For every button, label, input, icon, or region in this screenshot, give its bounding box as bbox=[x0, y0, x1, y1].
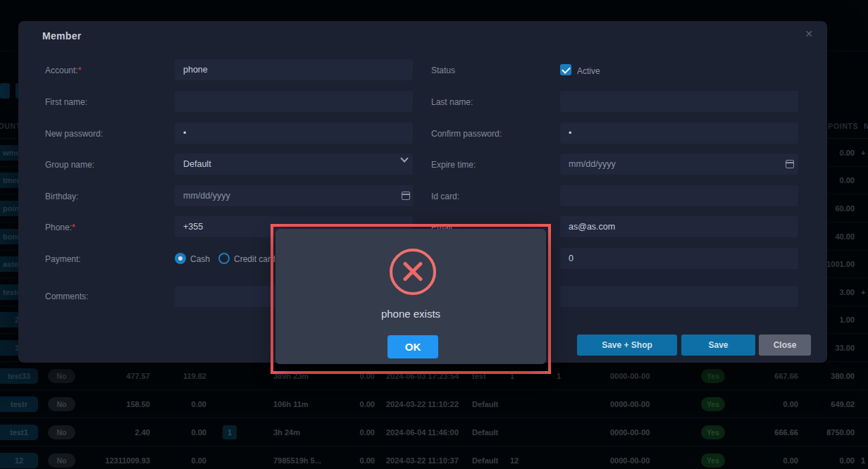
error-x-icon bbox=[390, 249, 436, 295]
account-label: Account:* bbox=[45, 65, 81, 75]
email-input[interactable]: as@as.com bbox=[560, 216, 798, 237]
active-checkbox[interactable] bbox=[560, 64, 571, 75]
extra-input[interactable] bbox=[560, 286, 798, 307]
credit-input[interactable]: 0 bbox=[560, 248, 798, 269]
radio-credit-card[interactable] bbox=[218, 253, 230, 264]
calendar-icon[interactable] bbox=[402, 192, 410, 200]
error-alert-dialog: phone exists OK bbox=[275, 229, 546, 364]
close-button[interactable]: Close bbox=[759, 334, 811, 356]
comments-label: Comments: bbox=[45, 292, 88, 301]
label-text: Phone: bbox=[45, 223, 72, 232]
birthday-input[interactable]: mm/dd/yyyy bbox=[175, 185, 413, 206]
new-password-input[interactable]: • bbox=[175, 123, 413, 144]
expire-time-input[interactable]: mm/dd/yyyy bbox=[560, 154, 798, 175]
active-checkbox-label: Active bbox=[577, 66, 600, 76]
alert-message: phone exists bbox=[275, 308, 546, 320]
ok-button[interactable]: OK bbox=[388, 335, 438, 358]
confirm-password-input[interactable]: • bbox=[560, 123, 798, 144]
group-name-select[interactable]: Default bbox=[175, 154, 413, 175]
expire-time-label: Expire time: bbox=[431, 160, 476, 170]
page: ACCOUNT POINTS N wmen 0.00 + tmen 0.00 p… bbox=[0, 0, 868, 469]
last-name-input[interactable] bbox=[560, 91, 798, 112]
birthday-label: Birthday: bbox=[45, 192, 78, 201]
required-asterisk: * bbox=[72, 223, 75, 232]
radio-cash-label: Cash bbox=[190, 254, 210, 264]
calendar-icon[interactable] bbox=[786, 160, 794, 168]
radio-credit-card-label: Credit card bbox=[234, 254, 275, 264]
id-card-label: Id card: bbox=[431, 192, 459, 201]
phone-label: Phone:* bbox=[45, 223, 75, 232]
radio-cash[interactable] bbox=[175, 253, 186, 264]
account-input[interactable]: phone bbox=[175, 59, 413, 80]
status-label: Status bbox=[431, 65, 455, 75]
required-asterisk: * bbox=[78, 65, 82, 75]
first-name-label: First name: bbox=[45, 97, 87, 107]
group-name-label: Group name: bbox=[45, 160, 94, 170]
label-text: Account: bbox=[45, 65, 78, 75]
save-button[interactable]: Save bbox=[681, 334, 755, 356]
last-name-label: Last name: bbox=[431, 97, 473, 107]
save-shop-button[interactable]: Save + Shop bbox=[577, 334, 677, 356]
payment-label: Payment: bbox=[45, 254, 81, 264]
modal-title: Member bbox=[42, 30, 81, 42]
confirm-password-label: Confirm password: bbox=[431, 129, 502, 139]
first-name-input[interactable] bbox=[175, 91, 413, 112]
new-password-label: New password: bbox=[45, 129, 103, 139]
id-card-input[interactable] bbox=[560, 185, 798, 206]
close-icon[interactable]: ✕ bbox=[802, 27, 816, 41]
